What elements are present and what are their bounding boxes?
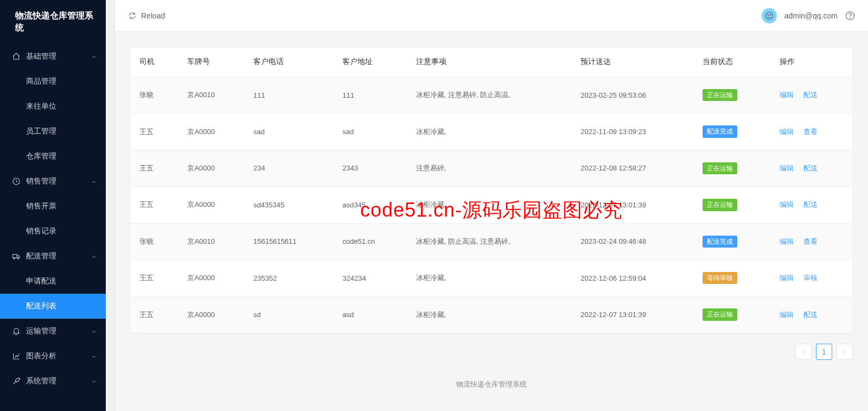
topbar: Reload admin@qq.com (115, 0, 868, 31)
avatar[interactable] (762, 8, 777, 23)
table-cell: 2022-12-07 13:01:39 (572, 296, 694, 333)
action-link[interactable]: 审核 (803, 274, 818, 282)
action-link[interactable]: 编辑 (780, 128, 794, 136)
chevron-up-icon (91, 253, 97, 260)
help-icon[interactable] (845, 11, 855, 21)
table-row: 张晓京A001015615615611code51.cn冰柜冷藏, 防止高温, … (131, 223, 852, 260)
sidebar-item[interactable]: 销售记录 (0, 219, 106, 244)
table-cell: 张晓 (131, 77, 178, 113)
page-next-button[interactable] (837, 344, 853, 360)
table-header: 车牌号 (178, 47, 245, 77)
menu-group-header[interactable]: 销售管理 (0, 169, 106, 194)
table-cell: 冰柜冷藏, 注意易碎, 防止高温, (407, 77, 572, 113)
status-badge: 正在运输 (703, 199, 737, 211)
table-cell: 张晓 (131, 223, 178, 260)
menu-group-header[interactable]: 系统管理 (0, 369, 106, 394)
action-link[interactable]: 查看 (803, 237, 818, 245)
table-row: 张晓京A0010111111冰柜冷藏, 注意易碎, 防止高温,2023-02-2… (131, 77, 852, 113)
wrench-icon (12, 377, 21, 385)
action-link[interactable]: 编辑 (780, 91, 794, 99)
delivery-table: 司机车牌号客户电话客户地址注意事项预计送达当前状态操作 张晓京A00101111… (130, 47, 853, 334)
table-cell: 2022-12-08 12:58:27 (572, 150, 694, 186)
user-email[interactable]: admin@qq.com (784, 11, 838, 20)
status-badge: 正在运输 (703, 308, 737, 320)
menu-group-label: 基础管理 (26, 52, 56, 61)
table-header: 客户地址 (334, 47, 407, 77)
action-link[interactable]: 编辑 (780, 237, 794, 245)
table-cell: sad (334, 113, 407, 150)
scrollbar-track[interactable] (106, 0, 115, 411)
status-badge: 配送完成 (703, 236, 737, 248)
action-link[interactable]: 查看 (803, 128, 818, 136)
table-row: 王五京A0000sadsad冰柜冷藏,2022-11-09 13:09:23配送… (131, 113, 852, 150)
pagination: 1 (130, 334, 853, 370)
action-link[interactable]: 编辑 (780, 311, 794, 319)
svg-point-2 (14, 258, 15, 259)
sidebar: 物流快递仓库管理系统 基础管理商品管理来往单位员工管理仓库管理销售管理销售开票销… (0, 0, 106, 411)
actions-cell: 编辑查看 (771, 223, 852, 260)
table-cell: 2022-12-07 13:01:39 (572, 187, 694, 223)
status-cell: 配送完成 (694, 113, 770, 150)
table-header: 操作 (771, 47, 852, 77)
menu-group-label: 销售管理 (26, 176, 56, 186)
sidebar-item[interactable]: 仓库管理 (0, 144, 106, 169)
action-link[interactable]: 配送 (803, 164, 818, 172)
sidebar-item[interactable]: 配送列表 (0, 294, 106, 319)
actions-cell: 编辑配送 (771, 296, 852, 333)
table-cell: 冰柜冷藏, (407, 296, 572, 333)
menu-group-header[interactable]: 配送管理 (0, 244, 106, 269)
table-cell: 王五 (131, 260, 178, 296)
content-area: 司机车牌号客户电话客户地址注意事项预计送达当前状态操作 张晓京A00101111… (115, 31, 868, 411)
table-cell: 王五 (131, 113, 178, 150)
menu-group-label: 配送管理 (26, 251, 56, 261)
table-cell: sad (245, 113, 334, 150)
page-number-button[interactable]: 1 (816, 344, 832, 360)
menu-group-header[interactable]: 基础管理 (0, 44, 106, 69)
table-cell: 冰柜冷藏, (407, 260, 572, 296)
table-header: 预计送达 (572, 47, 694, 77)
table-cell: 2023-02-24 09:46:48 (572, 223, 694, 260)
actions-cell: 编辑配送 (771, 187, 852, 223)
action-link[interactable]: 配送 (803, 311, 818, 319)
table-cell: asd345 (334, 187, 407, 223)
status-cell: 正在运输 (694, 150, 770, 186)
page-prev-button[interactable] (795, 344, 812, 360)
status-cell: 配送完成 (694, 223, 770, 260)
svg-point-4 (765, 12, 773, 20)
action-link[interactable]: 编辑 (780, 164, 794, 172)
action-link[interactable]: 编辑 (780, 274, 794, 282)
action-link[interactable]: 编辑 (780, 200, 794, 208)
action-link[interactable]: 配送 (803, 91, 818, 99)
status-badge: 配送完成 (703, 125, 737, 137)
status-cell: 正在运输 (694, 77, 770, 113)
table-row: 王五京A0000235352324234冰柜冷藏,2022-12-06 12:5… (131, 260, 852, 296)
reload-button[interactable]: Reload (128, 11, 165, 20)
sidebar-item[interactable]: 商品管理 (0, 69, 106, 94)
table-row: 王五京A0000sdasd冰柜冷藏,2022-12-07 13:01:39正在运… (131, 296, 852, 333)
svg-point-6 (770, 14, 771, 15)
sidebar-item[interactable]: 来往单位 (0, 94, 106, 119)
action-link[interactable]: 配送 (803, 200, 818, 208)
actions-cell: 编辑配送 (771, 77, 852, 113)
status-cell: 正在运输 (694, 296, 770, 333)
table-cell: sd (245, 296, 334, 333)
app-title: 物流快递仓库管理系统 (0, 0, 106, 44)
sidebar-item[interactable]: 销售开票 (0, 194, 106, 219)
table-cell: 冰柜冷藏, (407, 113, 572, 150)
svg-point-8 (850, 17, 851, 18)
menu-group-header[interactable]: 运输管理 (0, 319, 106, 344)
actions-cell: 编辑审核 (771, 260, 852, 296)
table-row: 王五京A0000sd435345asd345冰柜冷藏,2022-12-07 13… (131, 187, 852, 223)
menu-group-header[interactable]: 图表分析 (0, 344, 106, 369)
table-row: 王五京A00002342343注意易碎,2022-12-08 12:58:27正… (131, 150, 852, 186)
svg-point-5 (768, 14, 769, 15)
table-cell: 京A0000 (178, 113, 245, 150)
table-cell: 京A0000 (178, 260, 245, 296)
sidebar-item[interactable]: 员工管理 (0, 119, 106, 144)
menu-group-label: 图表分析 (26, 351, 56, 361)
sidebar-item[interactable]: 申请配送 (0, 269, 106, 294)
table-cell: 324234 (334, 260, 407, 296)
status-cell: 等待审核 (694, 260, 770, 296)
table-cell: 235352 (245, 260, 334, 296)
svg-rect-1 (12, 254, 17, 257)
